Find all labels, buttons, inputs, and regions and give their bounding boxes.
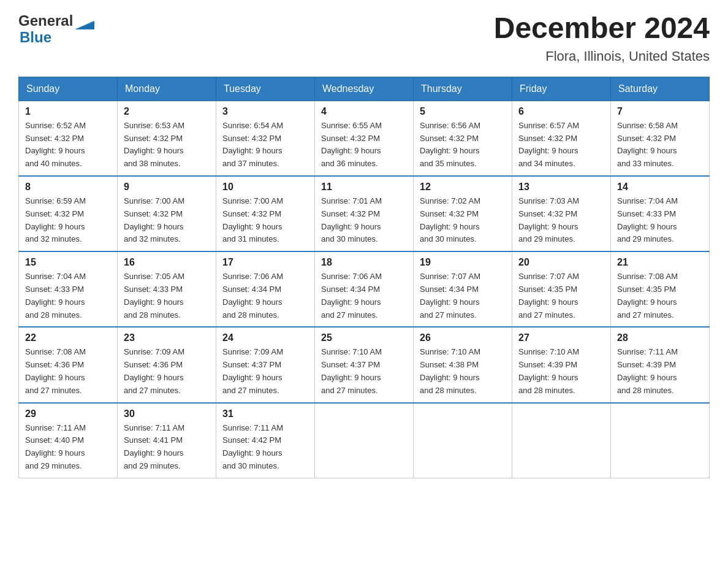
table-cell: 12Sunrise: 7:02 AMSunset: 4:32 PMDayligh… [414, 176, 512, 251]
svg-marker-0 [75, 21, 94, 29]
table-cell: 5Sunrise: 6:56 AMSunset: 4:32 PMDaylight… [414, 101, 512, 176]
day-number: 31 [222, 408, 308, 419]
logo: General Blue [18, 12, 94, 45]
day-number: 18 [321, 257, 407, 268]
weekday-header-tuesday: Tuesday [216, 77, 315, 101]
day-info: Sunrise: 7:09 AMSunset: 4:36 PMDaylight:… [124, 346, 210, 397]
table-cell [611, 403, 710, 478]
table-cell [315, 403, 414, 478]
table-cell: 22Sunrise: 7:08 AMSunset: 4:36 PMDayligh… [19, 327, 118, 402]
day-info: Sunrise: 6:58 AMSunset: 4:32 PMDaylight:… [617, 120, 703, 170]
month-title: December 2024 [494, 12, 710, 45]
table-cell: 30Sunrise: 7:11 AMSunset: 4:41 PMDayligh… [118, 403, 216, 478]
table-cell: 24Sunrise: 7:09 AMSunset: 4:37 PMDayligh… [216, 327, 315, 402]
table-cell: 13Sunrise: 7:03 AMSunset: 4:32 PMDayligh… [512, 176, 611, 251]
day-info: Sunrise: 7:00 AMSunset: 4:32 PMDaylight:… [124, 195, 210, 246]
table-cell: 25Sunrise: 7:10 AMSunset: 4:37 PMDayligh… [315, 327, 414, 402]
day-info: Sunrise: 7:10 AMSunset: 4:38 PMDaylight:… [420, 346, 506, 397]
day-info: Sunrise: 7:10 AMSunset: 4:39 PMDaylight:… [518, 346, 604, 397]
weekday-header-friday: Friday [512, 77, 611, 101]
day-info: Sunrise: 6:53 AMSunset: 4:32 PMDaylight:… [124, 120, 210, 170]
day-number: 13 [518, 182, 604, 193]
day-number: 22 [25, 332, 111, 343]
day-info: Sunrise: 7:04 AMSunset: 4:33 PMDaylight:… [617, 195, 703, 246]
day-number: 4 [321, 106, 407, 117]
day-number: 9 [124, 182, 210, 193]
logo-triangle-icon [75, 12, 94, 29]
day-number: 26 [420, 332, 506, 343]
table-cell: 16Sunrise: 7:05 AMSunset: 4:33 PMDayligh… [118, 251, 216, 327]
day-number: 5 [420, 106, 506, 117]
weekday-header-saturday: Saturday [611, 77, 710, 101]
day-info: Sunrise: 7:11 AMSunset: 4:41 PMDaylight:… [124, 422, 210, 473]
table-cell: 2Sunrise: 6:53 AMSunset: 4:32 PMDaylight… [118, 101, 216, 176]
logo-text: General Blue [18, 12, 94, 45]
day-info: Sunrise: 7:11 AMSunset: 4:40 PMDaylight:… [25, 422, 111, 473]
day-info: Sunrise: 7:00 AMSunset: 4:32 PMDaylight:… [222, 195, 308, 246]
day-info: Sunrise: 7:07 AMSunset: 4:34 PMDaylight:… [420, 270, 506, 321]
day-number: 16 [124, 257, 210, 268]
day-info: Sunrise: 7:02 AMSunset: 4:32 PMDaylight:… [420, 195, 506, 246]
day-number: 7 [617, 106, 703, 117]
day-number: 27 [518, 332, 604, 343]
table-cell: 11Sunrise: 7:01 AMSunset: 4:32 PMDayligh… [315, 176, 414, 251]
logo-blue: Blue [20, 29, 94, 45]
day-info: Sunrise: 6:56 AMSunset: 4:32 PMDaylight:… [420, 120, 506, 170]
weekday-header-row: SundayMondayTuesdayWednesdayThursdayFrid… [19, 77, 710, 101]
day-number: 23 [124, 332, 210, 343]
weekday-header-sunday: Sunday [19, 77, 118, 101]
table-cell: 26Sunrise: 7:10 AMSunset: 4:38 PMDayligh… [414, 327, 512, 402]
table-cell: 15Sunrise: 7:04 AMSunset: 4:33 PMDayligh… [19, 251, 118, 327]
day-info: Sunrise: 7:11 AMSunset: 4:39 PMDaylight:… [617, 346, 703, 397]
table-cell [512, 403, 611, 478]
day-info: Sunrise: 7:08 AMSunset: 4:36 PMDaylight:… [25, 346, 111, 397]
day-info: Sunrise: 7:09 AMSunset: 4:37 PMDaylight:… [222, 346, 308, 397]
week-row-3: 15Sunrise: 7:04 AMSunset: 4:33 PMDayligh… [19, 251, 710, 327]
table-cell [414, 403, 512, 478]
week-row-2: 8Sunrise: 6:59 AMSunset: 4:32 PMDaylight… [19, 176, 710, 251]
table-cell: 6Sunrise: 6:57 AMSunset: 4:32 PMDaylight… [512, 101, 611, 176]
weekday-header-wednesday: Wednesday [315, 77, 414, 101]
day-info: Sunrise: 7:08 AMSunset: 4:35 PMDaylight:… [617, 270, 703, 321]
table-cell: 17Sunrise: 7:06 AMSunset: 4:34 PMDayligh… [216, 251, 315, 327]
day-info: Sunrise: 7:03 AMSunset: 4:32 PMDaylight:… [518, 195, 604, 246]
day-info: Sunrise: 7:07 AMSunset: 4:35 PMDaylight:… [518, 270, 604, 321]
day-info: Sunrise: 6:59 AMSunset: 4:32 PMDaylight:… [25, 195, 111, 246]
table-cell: 20Sunrise: 7:07 AMSunset: 4:35 PMDayligh… [512, 251, 611, 327]
day-number: 20 [518, 257, 604, 268]
table-cell: 9Sunrise: 7:00 AMSunset: 4:32 PMDaylight… [118, 176, 216, 251]
week-row-5: 29Sunrise: 7:11 AMSunset: 4:40 PMDayligh… [19, 403, 710, 478]
table-cell: 31Sunrise: 7:11 AMSunset: 4:42 PMDayligh… [216, 403, 315, 478]
table-cell: 27Sunrise: 7:10 AMSunset: 4:39 PMDayligh… [512, 327, 611, 402]
table-cell: 21Sunrise: 7:08 AMSunset: 4:35 PMDayligh… [611, 251, 710, 327]
day-info: Sunrise: 7:01 AMSunset: 4:32 PMDaylight:… [321, 195, 407, 246]
day-info: Sunrise: 7:06 AMSunset: 4:34 PMDaylight:… [222, 270, 308, 321]
day-info: Sunrise: 7:10 AMSunset: 4:37 PMDaylight:… [321, 346, 407, 397]
day-number: 6 [518, 106, 604, 117]
day-info: Sunrise: 7:05 AMSunset: 4:33 PMDaylight:… [124, 270, 210, 321]
day-info: Sunrise: 6:54 AMSunset: 4:32 PMDaylight:… [222, 120, 308, 170]
logo-general: General [18, 13, 73, 29]
day-info: Sunrise: 7:06 AMSunset: 4:34 PMDaylight:… [321, 270, 407, 321]
day-number: 24 [222, 332, 308, 343]
day-number: 3 [222, 106, 308, 117]
page-header: General Blue December 2024 Flora, Illino… [18, 12, 710, 64]
day-number: 1 [25, 106, 111, 117]
weekday-header-monday: Monday [118, 77, 216, 101]
day-number: 30 [124, 408, 210, 419]
table-cell: 8Sunrise: 6:59 AMSunset: 4:32 PMDaylight… [19, 176, 118, 251]
day-number: 17 [222, 257, 308, 268]
table-cell: 4Sunrise: 6:55 AMSunset: 4:32 PMDaylight… [315, 101, 414, 176]
day-number: 11 [321, 182, 407, 193]
day-number: 12 [420, 182, 506, 193]
table-cell: 18Sunrise: 7:06 AMSunset: 4:34 PMDayligh… [315, 251, 414, 327]
day-info: Sunrise: 7:04 AMSunset: 4:33 PMDaylight:… [25, 270, 111, 321]
table-cell: 1Sunrise: 6:52 AMSunset: 4:32 PMDaylight… [19, 101, 118, 176]
table-cell: 29Sunrise: 7:11 AMSunset: 4:40 PMDayligh… [19, 403, 118, 478]
day-info: Sunrise: 6:52 AMSunset: 4:32 PMDaylight:… [25, 120, 111, 170]
table-cell: 7Sunrise: 6:58 AMSunset: 4:32 PMDaylight… [611, 101, 710, 176]
day-info: Sunrise: 6:57 AMSunset: 4:32 PMDaylight:… [518, 120, 604, 170]
day-info: Sunrise: 6:55 AMSunset: 4:32 PMDaylight:… [321, 120, 407, 170]
day-info: Sunrise: 7:11 AMSunset: 4:42 PMDaylight:… [222, 422, 308, 473]
week-row-4: 22Sunrise: 7:08 AMSunset: 4:36 PMDayligh… [19, 327, 710, 402]
